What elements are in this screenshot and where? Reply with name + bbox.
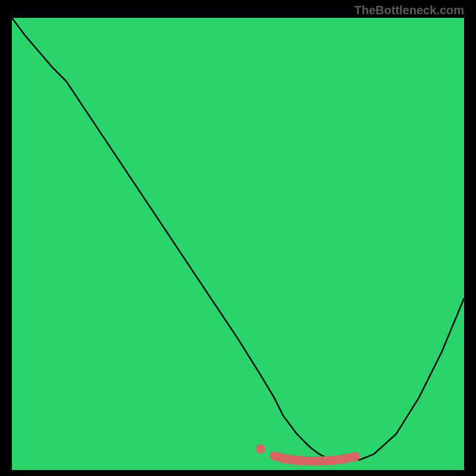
chart-background <box>12 18 464 470</box>
chart-svg <box>12 18 464 470</box>
bottleneck-chart <box>12 18 464 470</box>
watermark-label: TheBottleneck.com <box>355 4 464 17</box>
highlight-dot <box>256 444 265 453</box>
